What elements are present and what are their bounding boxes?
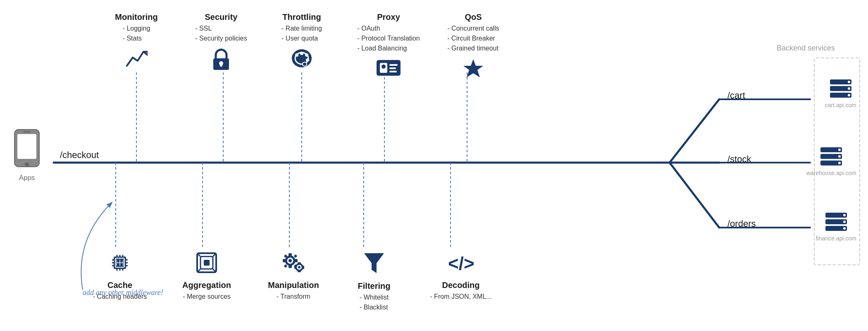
svg-point-28 xyxy=(300,52,303,55)
aggregation-desc: - Merge sources xyxy=(183,292,231,302)
manipulation-icon xyxy=(281,252,306,277)
filtering-desc: - Whitelist- Blacklist xyxy=(360,293,389,312)
apps-label: Apps xyxy=(12,174,41,182)
proxy-desc: - OAuth- Protocol Translation- Load Bala… xyxy=(357,24,420,53)
proxy-title: Proxy xyxy=(377,12,400,22)
svg-rect-69 xyxy=(295,259,298,262)
backend-services-title: Backend services xyxy=(777,44,835,53)
api-gateway-diagram: { "title": "API Gateway Middleware Diagr… xyxy=(0,0,868,331)
aggregation-feature: Aggregation - Merge sources xyxy=(172,248,242,302)
svg-rect-66 xyxy=(289,253,292,256)
svg-rect-21 xyxy=(24,131,30,132)
manipulation-desc: - Transform xyxy=(277,292,310,302)
throttling-title: Throttling xyxy=(282,12,321,22)
svg-rect-78 xyxy=(294,266,297,269)
decoding-desc: - From JSON, XML... xyxy=(430,292,491,302)
throttling-icon xyxy=(290,48,313,72)
orders-domain: finance.api.com xyxy=(816,235,856,242)
aggregation-title: Aggregation xyxy=(182,281,231,290)
svg-rect-59 xyxy=(204,260,210,266)
svg-point-20 xyxy=(25,162,29,166)
svg-point-29 xyxy=(305,53,308,57)
aggregation-icon xyxy=(196,252,218,277)
svg-point-91 xyxy=(838,149,841,151)
svg-point-27 xyxy=(295,53,298,57)
qos-feature: QoS - Concurrent calls- Circuit Breaker-… xyxy=(430,12,517,86)
svg-point-86 xyxy=(848,87,850,90)
decoding-icon: </> xyxy=(446,252,475,277)
stock-server: warehouse.api.com xyxy=(806,146,856,176)
checkout-route-label: /checkout xyxy=(60,150,99,161)
filtering-feature: Filtering - Whitelist- Blacklist xyxy=(341,248,407,312)
qos-title: QoS xyxy=(465,12,482,22)
decoding-feature: </> Decoding - From JSON, XML... xyxy=(417,248,504,302)
decoding-title: Decoding xyxy=(442,281,479,290)
stock-route: /stock xyxy=(727,154,751,165)
monitoring-icon xyxy=(125,48,148,73)
orders-server: finance.api.com xyxy=(816,211,856,242)
phone-icon: Apps xyxy=(12,128,41,182)
svg-rect-35 xyxy=(389,64,398,66)
cart-route: /cart xyxy=(727,90,745,101)
svg-rect-37 xyxy=(389,71,397,72)
manipulation-title-show: Manipulation xyxy=(268,281,319,290)
throttling-desc: - Rate limiting- User quota xyxy=(281,24,322,43)
svg-rect-79 xyxy=(302,266,304,269)
svg-point-34 xyxy=(382,65,386,69)
cart-server: cart.api.com xyxy=(825,78,856,108)
orders-route: /orders xyxy=(727,218,756,229)
svg-line-5 xyxy=(670,163,719,228)
manipulation-feature: Aggregation Manipulation - Transform xyxy=(258,248,329,302)
monitoring-title: Monitoring xyxy=(115,12,157,22)
svg-rect-68 xyxy=(283,259,286,262)
security-desc: - SSL- Security policies xyxy=(195,24,247,43)
svg-point-65 xyxy=(289,259,292,262)
svg-point-30 xyxy=(306,58,309,62)
svg-point-92 xyxy=(838,155,841,158)
svg-text:</>: </> xyxy=(448,253,475,273)
qos-desc: - Concurrent calls- Circuit Breaker- Gra… xyxy=(447,24,499,53)
filtering-icon xyxy=(363,252,385,278)
monitoring-desc: - Logging- Stats xyxy=(123,24,150,43)
svg-rect-72 xyxy=(284,264,287,268)
proxy-icon xyxy=(376,58,401,82)
filtering-title: Filtering xyxy=(358,281,391,291)
svg-rect-24 xyxy=(220,63,222,67)
svg-point-31 xyxy=(303,62,307,66)
svg-marker-80 xyxy=(364,253,384,273)
svg-point-93 xyxy=(838,162,841,164)
svg-line-1 xyxy=(670,99,719,163)
monitoring-feature: Monitoring - Logging- Stats xyxy=(105,12,167,77)
svg-rect-36 xyxy=(389,67,396,69)
svg-point-75 xyxy=(298,266,300,269)
svg-point-97 xyxy=(843,214,846,216)
svg-rect-71 xyxy=(294,254,297,258)
svg-rect-77 xyxy=(298,270,301,272)
svg-point-99 xyxy=(843,227,846,230)
middleware-note: add any other middleware! xyxy=(83,288,163,297)
proxy-feature: Proxy - OAuth- Protocol Translation- Loa… xyxy=(347,12,430,85)
svg-point-98 xyxy=(843,221,846,223)
cache-icon xyxy=(109,252,131,277)
svg-point-87 xyxy=(848,94,850,96)
svg-rect-76 xyxy=(298,262,301,265)
cart-domain: cart.api.com xyxy=(825,102,856,108)
svg-marker-38 xyxy=(463,59,483,77)
svg-point-85 xyxy=(848,81,850,83)
security-icon xyxy=(211,48,231,75)
stock-domain: warehouse.api.com xyxy=(806,170,856,176)
svg-rect-19 xyxy=(17,134,36,159)
security-title: Security xyxy=(205,12,238,22)
security-feature: Security - SSL- Security policies xyxy=(188,12,254,78)
throttling-feature: Throttling - Rate limiting- User quota xyxy=(269,12,335,76)
svg-rect-67 xyxy=(289,265,292,268)
qos-icon xyxy=(462,58,485,83)
